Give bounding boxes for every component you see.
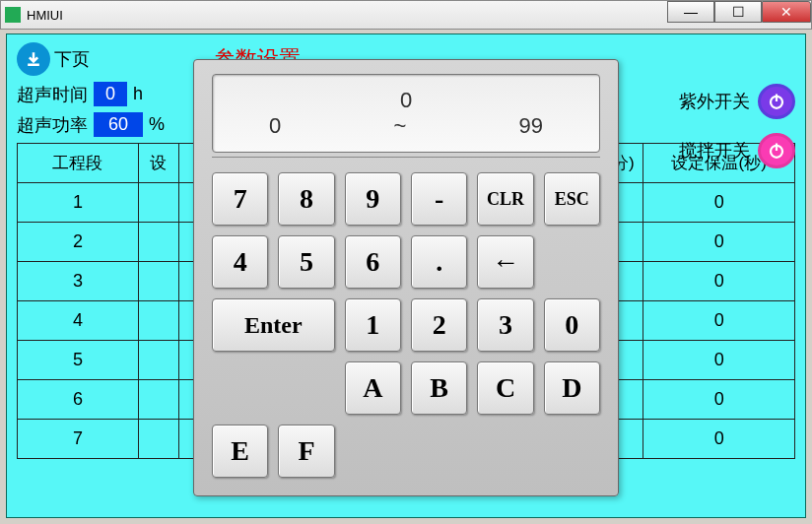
key-6[interactable]: 6 [345, 235, 401, 289]
numeric-keypad: 0 0 ~ 99 7 8 9 - CLR ESC 4 5 6 . ← Enter… [193, 59, 619, 496]
stir-switch-label: 搅拌开关 [679, 139, 750, 163]
hold-cell[interactable]: 0 [643, 262, 795, 301]
keypad-range-sep: ~ [393, 113, 406, 139]
key-D[interactable]: D [544, 361, 600, 415]
key-7[interactable]: 7 [212, 172, 268, 226]
key-minus[interactable]: - [411, 172, 467, 226]
maximize-button[interactable]: ☐ [714, 1, 762, 23]
hold-cell[interactable]: 0 [643, 420, 795, 459]
key-5[interactable]: 5 [278, 235, 334, 289]
ultrasonic-power-label: 超声功率 [17, 113, 88, 137]
key-3[interactable]: 3 [477, 298, 533, 352]
minimize-button[interactable]: — [667, 1, 714, 23]
key-enter[interactable]: Enter [212, 298, 335, 352]
col-header-segment: 工程段 [18, 144, 139, 183]
ultrasonic-time-label: 超声时间 [17, 83, 88, 106]
window-titlebar: HMIUI — ☐ ✕ [0, 0, 812, 30]
key-C[interactable]: C [477, 361, 533, 415]
key-A[interactable]: A [345, 361, 401, 415]
key-4[interactable]: 4 [212, 235, 268, 289]
key-E[interactable]: E [212, 425, 268, 478]
hold-cell[interactable]: 0 [643, 341, 795, 380]
power-icon [768, 93, 785, 110]
uv-switch-toggle[interactable] [758, 84, 795, 119]
key-2[interactable]: 2 [411, 298, 467, 352]
ultrasonic-power-input[interactable]: 60 [94, 112, 143, 137]
key-0[interactable]: 0 [544, 298, 600, 352]
keypad-display: 0 0 ~ 99 [212, 74, 600, 153]
keypad-max: 99 [518, 113, 542, 139]
key-escape[interactable]: ESC [544, 172, 600, 226]
key-B[interactable]: B [411, 361, 467, 415]
col-header-set-partial: 设 [138, 144, 178, 183]
stir-switch-toggle[interactable] [758, 133, 795, 168]
key-clear[interactable]: CLR [477, 172, 533, 226]
key-dot[interactable]: . [411, 235, 467, 289]
key-9[interactable]: 9 [345, 172, 401, 226]
next-page-label: 下页 [54, 47, 90, 71]
app-icon [5, 7, 21, 23]
key-backspace[interactable]: ← [477, 235, 533, 289]
keypad-min: 0 [269, 113, 281, 139]
keypad-current-value: 0 [213, 88, 599, 113]
uv-switch-label: 紫外开关 [679, 90, 750, 113]
power-icon [768, 142, 785, 160]
download-icon [17, 42, 50, 76]
ultrasonic-time-input[interactable]: 0 [94, 82, 127, 106]
key-1[interactable]: 1 [345, 298, 401, 352]
ultrasonic-time-unit: h [133, 84, 143, 104]
hold-cell[interactable]: 0 [643, 183, 795, 223]
key-8[interactable]: 8 [278, 172, 334, 226]
key-F[interactable]: F [278, 425, 334, 478]
window-title: HMIUI [27, 8, 63, 23]
ultrasonic-power-unit: % [149, 114, 165, 135]
hold-cell[interactable]: 0 [643, 380, 795, 420]
close-button[interactable]: ✕ [762, 1, 811, 23]
hold-cell[interactable]: 0 [643, 223, 795, 262]
next-page-button[interactable]: 下页 [17, 42, 90, 76]
hold-cell[interactable]: 0 [643, 301, 795, 341]
